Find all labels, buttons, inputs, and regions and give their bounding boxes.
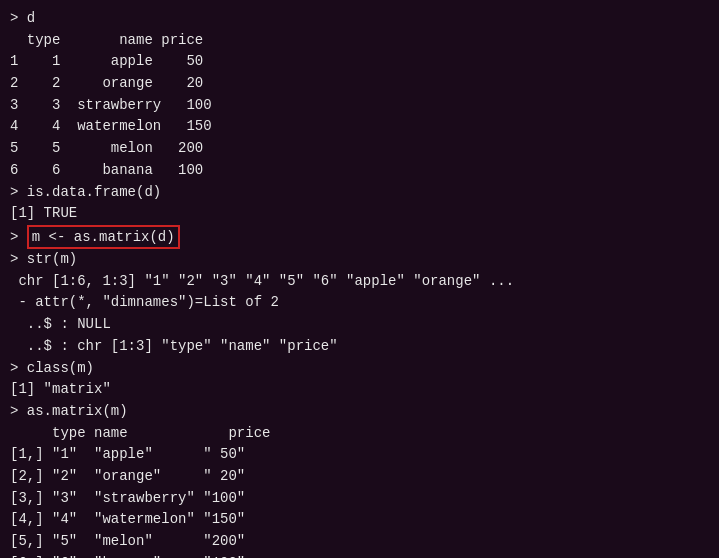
- line-matrix-row3: [3,] "3" "strawberry" "100": [10, 488, 709, 510]
- line-row1: 1 1 apple 50: [10, 51, 709, 73]
- line-str-output-text: chr [1:6, 1:3] "1" "2" "3" "4" "5" "6" "…: [10, 273, 514, 289]
- line-row4: 4 4 watermelon 150: [10, 116, 709, 138]
- line-matrix-row1-text: [1,] "1" "apple" " 50": [10, 446, 245, 462]
- line-matrix-row4-text: [4,] "4" "watermelon" "150": [10, 511, 245, 527]
- line-matrix-row5: [5,] "5" "melon" "200": [10, 531, 709, 553]
- line-d-prompt: > d: [10, 8, 709, 30]
- line-row6-text: 6 6 banana 100: [10, 162, 203, 178]
- line-dotdot1-text: ..$ : NULL: [10, 316, 111, 332]
- line-row6: 6 6 banana 100: [10, 160, 709, 182]
- terminal-window: > d type name price 1 1 apple 50 2 2 ora…: [0, 0, 719, 558]
- line-asmatrix-text: > as.matrix(m): [10, 403, 128, 419]
- line-isdf-text: > is.data.frame(d): [10, 184, 161, 200]
- line-row4-text: 4 4 watermelon 150: [10, 118, 212, 134]
- line-classm-result: [1] "matrix": [10, 379, 709, 401]
- line-asmatrix-prompt: > as.matrix(m): [10, 401, 709, 423]
- line-header: type name price: [10, 30, 709, 52]
- line-matrix-header-text: type name price: [10, 425, 270, 441]
- line-gt-m: >: [10, 229, 27, 245]
- line-matrix-row6: [6,] "6" "banana" "100": [10, 553, 709, 558]
- line-str-output: chr [1:6, 1:3] "1" "2" "3" "4" "5" "6" "…: [10, 271, 709, 293]
- highlighted-command: m <- as.matrix(d): [27, 225, 180, 249]
- line-row5: 5 5 melon 200: [10, 138, 709, 160]
- line-classm-prompt: > class(m): [10, 358, 709, 380]
- line-row3: 3 3 strawberry 100: [10, 95, 709, 117]
- line-dotdot2: ..$ : chr [1:3] "type" "name" "price": [10, 336, 709, 358]
- line-classm-text: > class(m): [10, 360, 94, 376]
- line-row1-text: 1 1 apple 50: [10, 53, 203, 69]
- line-strm-prompt: > str(m): [10, 249, 709, 271]
- line-matrix-row5-text: [5,] "5" "melon" "200": [10, 533, 245, 549]
- line-d-text: > d: [10, 10, 35, 26]
- line-row5-text: 5 5 melon 200: [10, 140, 203, 156]
- line-matrix-row2: [2,] "2" "orange" " 20": [10, 466, 709, 488]
- line-row2: 2 2 orange 20: [10, 73, 709, 95]
- line-matrix-row1: [1,] "1" "apple" " 50": [10, 444, 709, 466]
- line-matrix-row4: [4,] "4" "watermelon" "150": [10, 509, 709, 531]
- line-classm-result-text: [1] "matrix": [10, 381, 111, 397]
- line-isdf-result-text: [1] TRUE: [10, 205, 77, 221]
- line-isdf-prompt: > is.data.frame(d): [10, 182, 709, 204]
- line-header-text: type name price: [10, 32, 203, 48]
- line-dotdot1: ..$ : NULL: [10, 314, 709, 336]
- line-matrix-header: type name price: [10, 423, 709, 445]
- line-matrix-row2-text: [2,] "2" "orange" " 20": [10, 468, 245, 484]
- line-row3-text: 3 3 strawberry 100: [10, 97, 212, 113]
- line-dotdot2-text: ..$ : chr [1:3] "type" "name" "price": [10, 338, 338, 354]
- line-strm-text: > str(m): [10, 251, 77, 267]
- line-isdf-result: [1] TRUE: [10, 203, 709, 225]
- line-attr: - attr(*, "dimnames")=List of 2: [10, 292, 709, 314]
- line-matrix-row3-text: [3,] "3" "strawberry" "100": [10, 490, 245, 506]
- line-attr-text: - attr(*, "dimnames")=List of 2: [10, 294, 279, 310]
- line-row2-text: 2 2 orange 20: [10, 75, 203, 91]
- line-matrix-assign: > m <- as.matrix(d): [10, 225, 709, 249]
